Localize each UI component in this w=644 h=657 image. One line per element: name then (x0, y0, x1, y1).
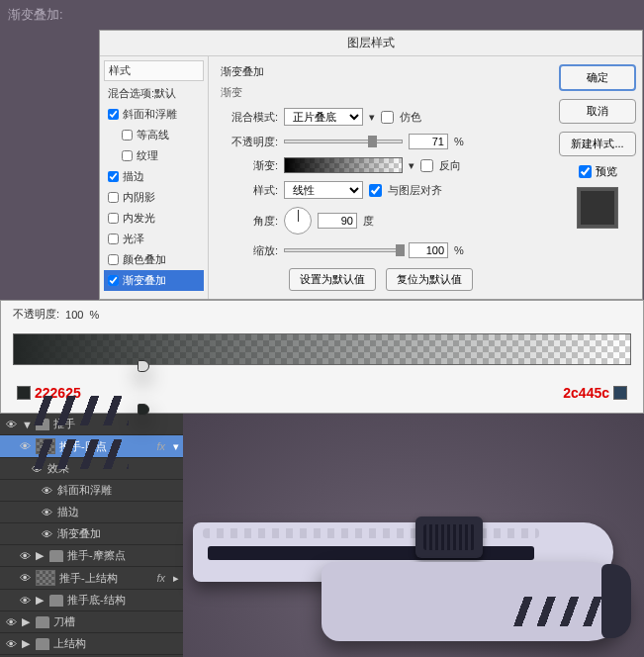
style-bevel[interactable]: 斜面和浮雕 (104, 104, 204, 125)
eye-icon[interactable]: 👁 (4, 638, 18, 650)
eye-icon[interactable]: 👁 (18, 572, 32, 584)
section-title: 渐变叠加 (221, 64, 541, 79)
texture-checkbox[interactable] (122, 150, 133, 161)
opacity-slider[interactable] (284, 140, 403, 143)
gradient-bar[interactable] (13, 333, 631, 365)
style-gradient-overlay[interactable]: 渐变叠加 (104, 270, 204, 291)
layer-friction[interactable]: 👁▶推手-摩擦点 (0, 545, 183, 567)
fx-badge[interactable]: fx (156, 440, 169, 452)
gradient-editor: 不透明度: 100 % 222625 2c445c (0, 300, 644, 414)
knife-slider (415, 516, 483, 558)
scale-input[interactable] (409, 242, 448, 258)
effect-stroke[interactable]: 👁描边 (0, 502, 183, 523)
reverse-checkbox[interactable] (420, 159, 433, 172)
arrow-icon[interactable]: ▶ (22, 615, 32, 628)
chevron-right-icon[interactable]: ▸ (173, 572, 179, 585)
styles-list: 样式 混合选项:默认 斜面和浮雕 等高线 纹理 描边 内阴影 内发光 光泽 颜色… (100, 56, 209, 299)
align-checkbox[interactable] (369, 184, 382, 197)
fx-badge[interactable]: fx (156, 572, 169, 584)
set-default-button[interactable]: 设置为默认值 (289, 268, 376, 291)
contour-checkbox[interactable] (122, 130, 133, 141)
preview-label: 预览 (596, 164, 617, 179)
innerglow-checkbox[interactable] (108, 213, 119, 224)
dither-checkbox[interactable] (381, 111, 394, 124)
reverse-label: 反向 (439, 158, 461, 173)
gradient-preview[interactable] (284, 157, 403, 173)
blend-mode-label: 混合模式: (221, 110, 278, 125)
knife-illustration (193, 522, 628, 651)
color-stop-left[interactable] (9, 364, 21, 378)
dither-label: 仿色 (400, 110, 421, 125)
style-select[interactable]: 线性 (284, 181, 363, 199)
opacity-input[interactable] (409, 134, 448, 149)
style-label: 样式: (221, 183, 278, 198)
angle-label: 角度: (221, 214, 278, 229)
eye-icon[interactable]: 👁 (40, 485, 53, 497)
coloroverlay-checkbox[interactable] (108, 254, 119, 265)
layer-bottom[interactable]: 👁▶推手底-结构 (0, 590, 183, 611)
style-texture[interactable]: 纹理 (104, 145, 204, 166)
layer-group-upper[interactable]: 👁▶上结构 (0, 633, 183, 655)
opacity-label: 不透明度: (221, 135, 278, 149)
dropdown-icon[interactable]: ▾ (409, 159, 414, 172)
style-inner-glow[interactable]: 内发光 (104, 208, 204, 229)
satin-checkbox[interactable] (108, 234, 119, 244)
blend-options[interactable]: 混合选项:默认 (104, 83, 204, 104)
chevron-down-icon[interactable]: ▾ (173, 440, 179, 453)
opacity-stop-right[interactable] (623, 321, 635, 334)
top-label: 渐变叠加: (0, 0, 644, 30)
preview-swatch (577, 187, 618, 229)
eye-icon[interactable]: 👁 (4, 419, 18, 430)
effect-gradient[interactable]: 👁渐变叠加 (0, 523, 183, 545)
reset-default-button[interactable]: 复位为默认值 (386, 268, 473, 291)
arrow-icon[interactable]: ▶ (22, 637, 32, 650)
preview-checkbox[interactable] (579, 165, 592, 178)
styles-header: 样式 (104, 60, 204, 81)
color-stop-right[interactable] (623, 364, 635, 378)
style-contour[interactable]: 等高线 (104, 125, 204, 145)
settings-panel: 渐变叠加 渐变 混合模式: 正片叠底 ▾ 仿色 不透明度: % 渐变: ▾ 反向 (209, 56, 553, 299)
layer-group-slot[interactable]: 👁▶刀槽 (0, 611, 183, 633)
opacity-stop-left[interactable] (9, 321, 21, 334)
style-color-overlay[interactable]: 颜色叠加 (104, 249, 204, 270)
gradientoverlay-checkbox[interactable] (108, 275, 119, 286)
style-satin[interactable]: 光泽 (104, 229, 204, 249)
knife-slot (208, 546, 534, 560)
ok-button[interactable]: 确定 (559, 64, 636, 91)
style-stroke[interactable]: 描边 (104, 166, 204, 187)
stroke-checkbox[interactable] (108, 171, 119, 182)
eye-icon[interactable]: 👁 (40, 528, 53, 540)
scale-slider[interactable] (284, 248, 403, 252)
cancel-button[interactable]: 取消 (559, 99, 636, 124)
sub-title: 渐变 (221, 85, 541, 100)
align-label: 与图层对齐 (388, 183, 442, 198)
layer-thumb (36, 570, 55, 586)
eye-icon[interactable]: 👁 (40, 507, 53, 518)
percent: % (454, 244, 464, 256)
effect-bevel[interactable]: 👁斜面和浮雕 (0, 480, 183, 502)
innershadow-checkbox[interactable] (108, 192, 119, 203)
eye-icon[interactable]: 👁 (18, 550, 32, 562)
eye-icon[interactable]: 👁 (4, 616, 18, 628)
blend-mode-select[interactable]: 正片叠底 (284, 108, 363, 126)
layer-upper[interactable]: 👁推手-上结构fx▸ (0, 567, 183, 590)
canvas: www.psanz.com UiBQ.CoM (183, 414, 644, 657)
eye-icon[interactable]: 👁 (18, 595, 32, 607)
folder-icon (49, 550, 63, 562)
angle-input[interactable] (318, 213, 357, 229)
angle-dial[interactable] (284, 207, 312, 235)
arrow-icon[interactable]: ▶ (36, 549, 46, 562)
folder-icon (49, 595, 63, 607)
dropdown-icon[interactable]: ▾ (369, 111, 375, 124)
style-inner-shadow[interactable]: 内阴影 (104, 187, 204, 208)
ge-opacity-value: 100 (65, 309, 83, 321)
scale-label: 缩放: (221, 243, 278, 258)
bevel-checkbox[interactable] (108, 109, 119, 120)
folder-icon (36, 638, 49, 650)
dialog-buttons: 确定 取消 新建样式... 预览 (553, 56, 642, 299)
arrow-icon[interactable]: ▶ (36, 594, 46, 607)
layer-style-dialog: 图层样式 样式 混合选项:默认 斜面和浮雕 等高线 纹理 描边 内阴影 内发光 … (99, 30, 643, 300)
new-style-button[interactable]: 新建样式... (559, 132, 636, 156)
degree: 度 (363, 214, 374, 229)
folder-icon (36, 616, 49, 628)
